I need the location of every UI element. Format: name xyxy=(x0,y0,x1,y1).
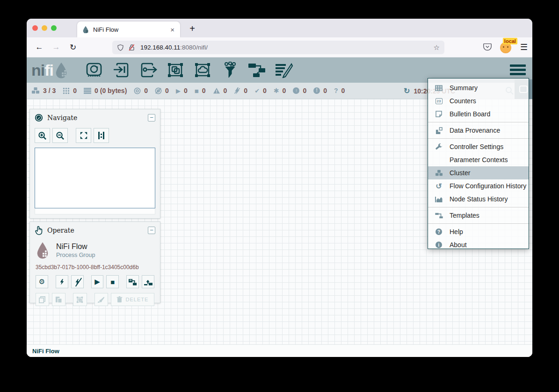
profile-avatar[interactable]: local xyxy=(500,41,512,53)
not-transmitting-icon xyxy=(155,87,162,94)
birdseye-minimap[interactable] xyxy=(35,148,155,208)
browser-menu-icon[interactable]: ☰ xyxy=(520,42,528,52)
menu-item-counters[interactable]: 23 Counters xyxy=(428,94,529,107)
menu-item-summary[interactable]: Summary xyxy=(428,81,529,94)
menu-item-about[interactable]: i About xyxy=(428,238,529,251)
reload-icon[interactable]: ↻ xyxy=(66,43,80,52)
zoom-window-button[interactable] xyxy=(51,25,57,31)
zoom-actual-size-button[interactable] xyxy=(94,128,109,143)
menu-item-cluster[interactable]: Cluster xyxy=(428,166,529,179)
url-path: :8080/nifi/ xyxy=(180,44,208,51)
insecure-lock-icon[interactable] xyxy=(128,44,136,51)
counters-icon: 23 xyxy=(434,98,443,104)
menu-item-label: Data Provenance xyxy=(450,127,500,134)
stopped-count: 0 xyxy=(202,87,206,94)
start-button[interactable]: ▶ xyxy=(91,275,104,288)
create-template-button[interactable] xyxy=(126,275,139,288)
menu-item-label: Parameter Contexts xyxy=(450,156,508,164)
bookmark-star-icon[interactable]: ☆ xyxy=(434,43,440,52)
menu-item-flow-configuration-history[interactable]: ↺ Flow Configuration History xyxy=(428,179,529,192)
profile-badge: local xyxy=(503,38,517,44)
menu-item-help[interactable]: ? Help xyxy=(428,225,529,238)
remote-process-group-icon[interactable] xyxy=(189,62,216,78)
stop-button[interactable]: ■ xyxy=(106,275,119,288)
back-icon[interactable]: ← xyxy=(32,43,46,52)
logo-text-fi: fi xyxy=(44,61,53,79)
shield-icon[interactable] xyxy=(117,44,124,51)
not-transmitting-count: 0 xyxy=(165,87,169,94)
wrench-icon xyxy=(434,143,443,150)
output-port-icon[interactable] xyxy=(135,62,162,78)
menu-item-data-provenance[interactable]: Data Provenance xyxy=(428,124,529,137)
locally-modified-icon: ✱ xyxy=(274,87,279,94)
global-menu-button[interactable] xyxy=(510,64,526,75)
close-window-button[interactable] xyxy=(32,25,38,31)
hand-pointer-icon xyxy=(35,226,43,235)
label-icon[interactable] xyxy=(270,62,298,78)
running-count: 0 xyxy=(184,87,188,94)
upload-template-button[interactable] xyxy=(142,275,154,288)
menu-item-label: Templates xyxy=(450,212,479,219)
menu-item-label: Summary xyxy=(450,84,478,92)
pocket-icon[interactable] xyxy=(483,43,492,51)
forward-icon[interactable]: → xyxy=(49,43,63,52)
sync-failure-icon: ? xyxy=(334,87,338,94)
funnel-icon[interactable] xyxy=(216,62,243,78)
copy-button[interactable] xyxy=(36,293,49,306)
process-group-drop-icon xyxy=(36,242,50,259)
zoom-out-button[interactable] xyxy=(52,128,68,143)
url-bar[interactable]: 192.168.40.11:8080/nifi/ ☆ xyxy=(112,41,444,54)
fill-color-button[interactable] xyxy=(94,293,108,306)
menu-item-controller-settings[interactable]: Controller Settings xyxy=(428,140,529,153)
operate-minimize-button[interactable]: − xyxy=(148,227,155,234)
menu-divider xyxy=(428,207,529,207)
group-button[interactable] xyxy=(73,293,87,306)
invalid-icon xyxy=(213,87,220,94)
logo-text-ni: ni xyxy=(31,61,44,79)
queued-count: 0 (0 bytes) xyxy=(94,87,127,94)
active-threads-icon xyxy=(63,87,70,94)
menu-divider xyxy=(428,138,529,139)
menu-item-label: Counters xyxy=(450,97,476,105)
template-icon[interactable] xyxy=(243,63,270,78)
browser-tab[interactable]: NiFi Flow × xyxy=(77,21,180,37)
menu-divider xyxy=(428,122,529,122)
input-port-icon[interactable] xyxy=(108,62,135,78)
menu-divider xyxy=(428,223,529,224)
template-list-icon xyxy=(434,213,443,219)
processor-icon[interactable] xyxy=(80,62,108,78)
area-chart-icon xyxy=(434,196,443,202)
menu-item-label: Cluster xyxy=(450,169,470,177)
refresh-icon[interactable]: ↻ xyxy=(404,86,410,95)
disable-button[interactable] xyxy=(71,275,84,288)
configure-button[interactable]: ⚙ xyxy=(36,275,48,288)
menu-item-node-status-history[interactable]: Node Status History xyxy=(428,192,529,206)
nifi-favicon xyxy=(82,26,89,33)
paste-button[interactable] xyxy=(52,293,65,306)
locally-modified-count: 0 xyxy=(283,87,286,94)
transmitting-icon xyxy=(134,87,141,94)
new-tab-button[interactable]: + xyxy=(186,22,199,36)
enable-button[interactable] xyxy=(56,275,68,288)
up-to-date-icon: ✔ xyxy=(254,87,260,94)
menu-item-bulletin-board[interactable]: Bulletin Board xyxy=(428,107,529,121)
minimize-window-button[interactable] xyxy=(42,25,47,31)
zoom-in-button[interactable] xyxy=(35,128,50,143)
invalid-count: 0 xyxy=(224,87,227,94)
breadcrumb-item[interactable]: NiFi Flow xyxy=(32,348,59,355)
compass-icon xyxy=(35,114,43,122)
tab-title: NiFi Flow xyxy=(93,26,169,33)
menu-item-parameter-contexts[interactable]: Parameter Contexts xyxy=(428,153,529,166)
navigate-panel: Navigate − xyxy=(29,109,160,219)
delete-button[interactable]: DELETE xyxy=(111,293,154,306)
zoom-fit-button[interactable] xyxy=(76,128,91,143)
cluster-nodes-icon xyxy=(31,87,40,94)
process-group-icon[interactable] xyxy=(162,62,189,78)
navigate-minimize-button[interactable]: − xyxy=(148,114,155,121)
url-host: 192.168.40.11 xyxy=(140,44,180,51)
menu-item-templates[interactable]: Templates xyxy=(428,209,529,222)
minimap-footer xyxy=(35,208,155,214)
delete-label: DELETE xyxy=(125,297,148,302)
tab-close-icon[interactable]: × xyxy=(169,26,175,34)
running-icon: ▶ xyxy=(176,87,181,94)
